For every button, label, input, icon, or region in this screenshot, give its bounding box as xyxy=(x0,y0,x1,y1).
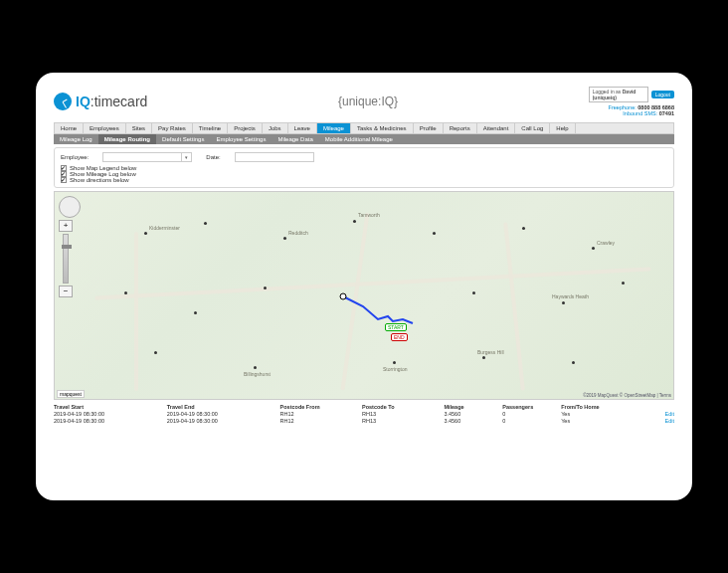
app-window: IQ:timecard {unique:IQ} Logged in as Dav… xyxy=(36,73,692,500)
table-cell: Yes xyxy=(561,418,638,424)
tab-call-log[interactable]: Call Log xyxy=(515,123,550,133)
table-cell: 2019-04-19 08:30:00 xyxy=(54,411,163,417)
tab-attendant[interactable]: Attendant xyxy=(477,123,516,133)
table-header: Travel End xyxy=(167,404,276,410)
table-header: Travel Start xyxy=(54,404,163,410)
brand-logo: IQ:timecard xyxy=(54,93,147,110)
header-right: Logged in as David (uniqueiq) Logout Fre… xyxy=(589,87,674,116)
edit-link[interactable]: Edit xyxy=(643,411,674,417)
table-cell: 3.4560 xyxy=(444,418,498,424)
brand-center: {unique:IQ} xyxy=(338,95,398,108)
subtab-mileage-data[interactable]: Mileage Data xyxy=(272,134,318,144)
map-attribution: ©2019 MapQuest © OpenStreetMap | Terms xyxy=(583,393,671,398)
checkbox-show-directions-below[interactable]: Show directions below xyxy=(61,177,667,183)
table-header: Postcode To xyxy=(362,404,440,410)
tab-mileage[interactable]: Mileage xyxy=(317,123,351,133)
table-cell: 0 xyxy=(502,411,557,417)
tab-profile[interactable]: Profile xyxy=(414,123,444,133)
sms-line: Inbound SMS: 07491 xyxy=(589,110,674,116)
tab-sites[interactable]: Sites xyxy=(126,123,152,133)
logged-in-box: Logged in as David (uniqueiq) xyxy=(589,87,648,102)
table-cell: 2019-04-19 08:30:00 xyxy=(54,418,163,424)
subtab-employee-settings[interactable]: Employee Settings xyxy=(210,134,272,144)
table-cell: RH12 xyxy=(280,411,358,417)
table-cell: Yes xyxy=(561,411,638,417)
filter-panel: Employee: ▾ Date: Show Map Legend belowS… xyxy=(54,147,674,188)
route-line xyxy=(55,192,673,399)
table-cell: 3.4560 xyxy=(444,411,498,417)
route-end-marker: END xyxy=(391,333,408,341)
date-input[interactable] xyxy=(235,152,314,162)
tab-jobs[interactable]: Jobs xyxy=(263,123,288,133)
map-provider-logo: mapquest xyxy=(57,390,85,398)
tab-projects[interactable]: Projects xyxy=(228,123,263,133)
tab-home[interactable]: Home xyxy=(55,123,84,133)
tab-help[interactable]: Help xyxy=(550,123,575,133)
subtab-default-settings[interactable]: Default Settings xyxy=(156,134,210,144)
map[interactable]: + − Kidderminster Redditch Tamworth Craw… xyxy=(54,191,674,400)
subtab-mobile-additional-mileage[interactable]: Mobile Additional Mileage xyxy=(319,134,399,144)
clock-icon xyxy=(54,93,72,110)
main-nav: HomeEmployeesSitesPay RatesTimelineProje… xyxy=(54,122,674,134)
tab-tasks-medicines[interactable]: Tasks & Medicines xyxy=(351,123,414,133)
tab-reports[interactable]: Reports xyxy=(444,123,477,133)
table-header: Postcode From xyxy=(280,404,358,410)
table-cell: 2019-04-19 08:30:00 xyxy=(167,411,276,417)
checkbox-icon xyxy=(61,177,67,183)
mileage-table: Travel StartTravel EndPostcode FromPostc… xyxy=(54,404,674,424)
table-header xyxy=(643,404,674,410)
table-cell: RH12 xyxy=(280,418,358,424)
tab-timeline[interactable]: Timeline xyxy=(193,123,228,133)
sub-nav: Mileage LogMileage RoutingDefault Settin… xyxy=(54,134,674,144)
route-start-marker: START xyxy=(385,323,407,331)
tab-pay-rates[interactable]: Pay Rates xyxy=(152,123,193,133)
subtab-mileage-routing[interactable]: Mileage Routing xyxy=(98,134,156,144)
table-header: From/To Home xyxy=(561,404,638,410)
table-cell: 2019-04-19 08:30:00 xyxy=(167,418,276,424)
tab-employees[interactable]: Employees xyxy=(84,123,126,133)
table-header: Mileage xyxy=(444,404,498,410)
employee-label: Employee: xyxy=(61,154,89,160)
date-label: Date: xyxy=(206,154,220,160)
table-header: Passengers xyxy=(502,404,557,410)
table-cell: 0 xyxy=(502,418,557,424)
employee-dropdown[interactable]: ▾ xyxy=(102,152,192,162)
logout-button[interactable]: Logout xyxy=(651,91,674,98)
table-cell: RH13 xyxy=(362,418,440,424)
edit-link[interactable]: Edit xyxy=(643,418,674,424)
table-cell: RH13 xyxy=(362,411,440,417)
svg-point-0 xyxy=(340,293,346,299)
chevron-down-icon[interactable]: ▾ xyxy=(182,152,192,162)
brand-text: IQ:timecard xyxy=(76,94,147,109)
subtab-mileage-log[interactable]: Mileage Log xyxy=(54,134,98,144)
header: IQ:timecard {unique:IQ} Logged in as Dav… xyxy=(54,87,674,116)
tab-leave[interactable]: Leave xyxy=(288,123,317,133)
